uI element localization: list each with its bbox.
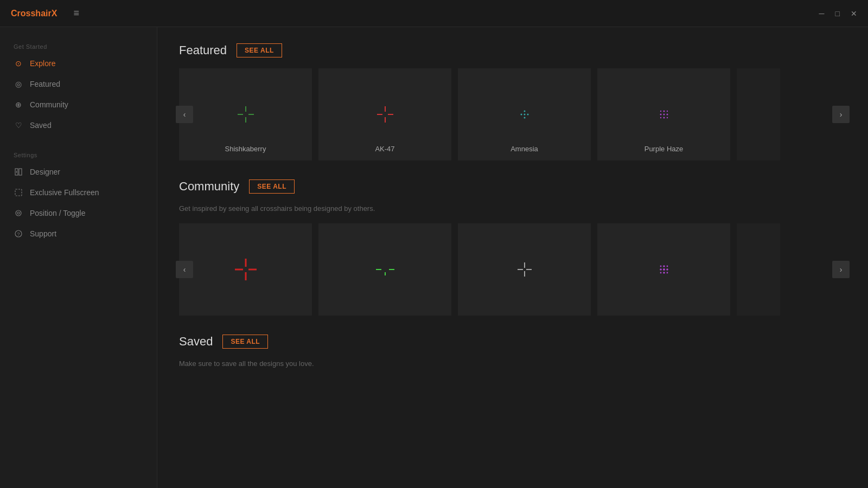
featured-card-ak47[interactable]: AK-47 [318, 68, 451, 160]
svg-point-41 [663, 268, 665, 271]
featured-see-all-button[interactable]: SEE ALL [237, 43, 282, 57]
community-cards-row [179, 223, 846, 316]
sidebar-section-label-settings: Settings [0, 146, 157, 162]
featured-card-purple-haze[interactable]: Purple Haze [597, 68, 730, 160]
svg-text:?: ? [17, 232, 20, 237]
sidebar-item-designer-label: Designer [30, 168, 60, 176]
community-card-2[interactable] [318, 223, 451, 316]
community-description: Get inspired by seeing all crosshairs be… [179, 204, 846, 213]
crosshair-purple-haze [650, 101, 678, 128]
crosshair-comm2 [372, 256, 399, 283]
community-next-button[interactable]: › [832, 261, 850, 278]
sidebar-item-saved[interactable]: ♡ Saved [0, 115, 157, 136]
community-card-1[interactable] [179, 223, 312, 316]
community-section: Community SEE ALL Get inspired by seeing… [179, 179, 846, 316]
crosshair-amnesia [511, 101, 538, 128]
svg-point-21 [663, 114, 665, 115]
window-controls: ─ □ ✕ [819, 9, 857, 18]
svg-point-43 [666, 268, 668, 271]
sidebar: Get Started ⊙ Explore ◎ Featured ⊕ Commu… [0, 27, 157, 488]
featured-next-button[interactable]: › [832, 106, 850, 123]
sidebar-section-get-started: Get Started ⊙ Explore ◎ Featured ⊕ Commu… [0, 38, 157, 136]
svg-point-45 [663, 272, 665, 274]
sidebar-item-exclusive-fullscreen-label: Exclusive Fullscreen [30, 188, 99, 197]
explore-icon: ⊙ [14, 59, 23, 68]
svg-point-18 [527, 114, 528, 115]
crosshair-ak47 [372, 101, 399, 128]
sidebar-item-explore[interactable]: ⊙ Explore [0, 53, 157, 74]
saved-section: Saved SEE ALL Make sure to save all the … [179, 335, 846, 368]
svg-point-20 [524, 117, 525, 119]
menu-icon[interactable]: ≡ [73, 8, 80, 19]
sidebar-section-settings: Settings Designer Exclusive Fu [0, 146, 157, 244]
featured-card-partial [737, 68, 780, 160]
community-icon: ⊕ [14, 100, 23, 110]
featured-card-amnesia[interactable]: Amnesia [458, 68, 591, 160]
sidebar-item-designer[interactable]: Designer [0, 162, 157, 182]
sidebar-item-featured[interactable]: ◎ Featured [0, 74, 157, 94]
crosshair-comm4 [650, 256, 678, 283]
community-card-4[interactable] [597, 223, 730, 316]
featured-prev-button[interactable]: ‹ [176, 106, 193, 123]
logo-text: Crosshair [11, 9, 52, 18]
sidebar-section-label-get-started: Get Started [0, 38, 157, 53]
sidebar-item-position-toggle[interactable]: Position / Toggle [0, 203, 157, 223]
svg-point-28 [660, 117, 661, 118]
position-toggle-icon [14, 208, 23, 218]
community-cards-wrapper: ‹ [179, 223, 846, 316]
app-body: Get Started ⊙ Explore ◎ Featured ⊕ Commu… [0, 27, 868, 488]
svg-point-23 [666, 114, 668, 115]
sidebar-item-support[interactable]: ? Support [0, 223, 157, 244]
saved-description: Make sure to save all the designs you lo… [179, 359, 846, 368]
featured-section-header: Featured SEE ALL [179, 43, 846, 57]
svg-point-25 [663, 117, 665, 119]
svg-point-42 [660, 268, 662, 271]
minimize-button[interactable]: ─ [819, 9, 825, 18]
community-title: Community [179, 179, 239, 194]
crosshair-comm3 [511, 256, 538, 283]
crosshair-comm1 [232, 256, 259, 283]
card-label-purple-haze: Purple Haze [644, 145, 684, 153]
sidebar-item-community[interactable]: ⊕ Community [0, 94, 157, 115]
svg-rect-1 [19, 169, 22, 175]
sidebar-item-exclusive-fullscreen[interactable]: Exclusive Fullscreen [0, 182, 157, 203]
maximize-button[interactable]: □ [835, 9, 840, 18]
main-content: Featured SEE ALL ‹ [157, 27, 868, 488]
community-see-all-button[interactable]: SEE ALL [249, 179, 295, 194]
designer-icon [14, 167, 23, 177]
logo-accent: X [52, 9, 58, 18]
featured-section: Featured SEE ALL ‹ [179, 43, 846, 160]
close-button[interactable]: ✕ [851, 9, 857, 18]
svg-point-5 [17, 212, 20, 214]
community-prev-button[interactable]: ‹ [176, 261, 193, 278]
saved-see-all-button[interactable]: SEE ALL [222, 335, 268, 349]
svg-point-16 [524, 114, 525, 115]
svg-point-48 [660, 272, 661, 274]
card-label-shishkaberry: Shishkaberry [225, 145, 266, 153]
sidebar-item-explore-label: Explore [30, 59, 55, 68]
community-card-3[interactable] [458, 223, 591, 316]
svg-point-46 [660, 266, 661, 267]
sidebar-item-community-label: Community [30, 100, 68, 109]
featured-cards-row: Shishkaberry AK-47 [179, 68, 846, 160]
saved-title: Saved [179, 335, 213, 349]
featured-icon: ◎ [14, 79, 23, 89]
svg-point-17 [520, 114, 522, 115]
community-card-partial [737, 223, 780, 316]
sidebar-item-featured-label: Featured [30, 80, 60, 88]
app-logo: CrosshairX [11, 9, 57, 18]
svg-point-4 [16, 210, 21, 216]
svg-point-47 [666, 266, 668, 267]
sidebar-item-support-label: Support [30, 229, 56, 238]
svg-point-22 [660, 114, 661, 115]
svg-point-27 [666, 111, 667, 112]
featured-card-shishkaberry[interactable]: Shishkaberry [179, 68, 312, 160]
svg-point-44 [663, 265, 665, 267]
svg-point-26 [660, 111, 661, 112]
featured-title: Featured [179, 43, 227, 57]
card-label-ak47: AK-47 [375, 145, 394, 153]
svg-point-49 [666, 272, 668, 274]
saved-section-header: Saved SEE ALL [179, 335, 846, 349]
svg-rect-3 [15, 189, 22, 196]
crosshair-shishkaberry [232, 101, 259, 128]
